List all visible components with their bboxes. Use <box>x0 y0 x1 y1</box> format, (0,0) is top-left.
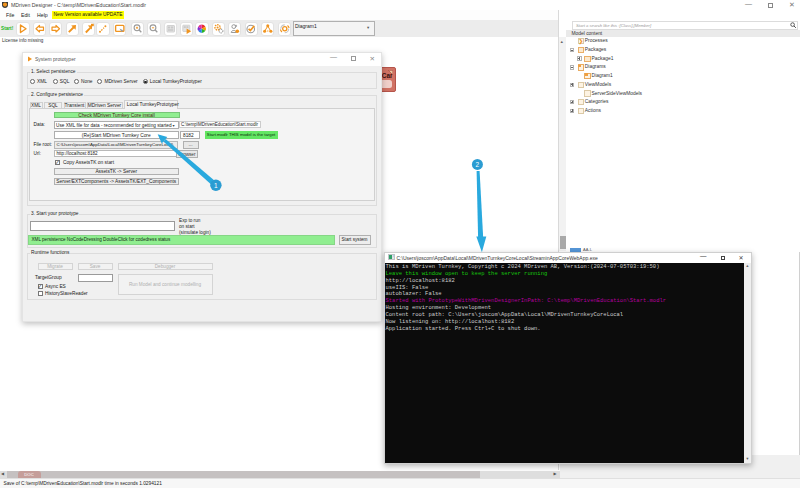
svg-text:1: 1 <box>214 182 218 189</box>
svg-text:2: 2 <box>476 161 480 168</box>
